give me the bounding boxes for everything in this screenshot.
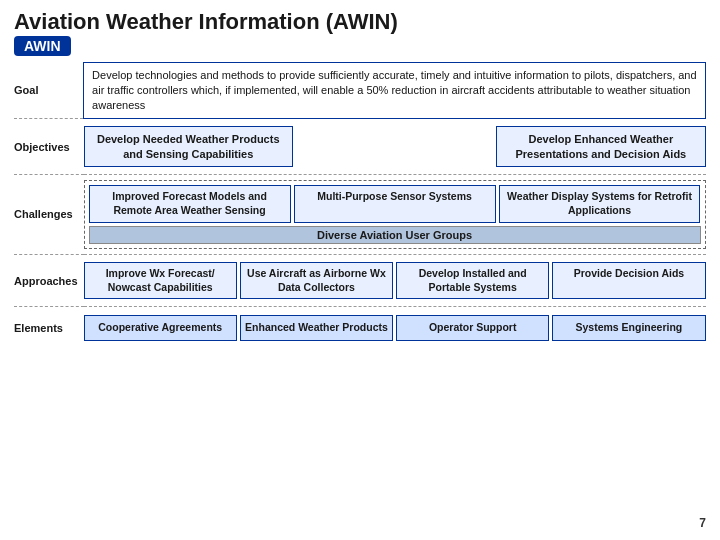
- goal-text: Develop technologies and methods to prov…: [84, 63, 706, 119]
- element-box-2: Enhanced Weather Products: [240, 315, 393, 341]
- objectives-label: Objectives: [14, 119, 84, 174]
- element-box-4: Systems Engineering: [552, 315, 705, 341]
- approaches-label: Approaches: [14, 255, 84, 307]
- approaches-row: Approaches Improve Wx Forecast/ Nowcast …: [14, 255, 706, 307]
- goal-label: Goal: [14, 63, 84, 119]
- page-number: 7: [699, 516, 706, 530]
- objective-box-2: Develop Enhanced Weather Presentations a…: [496, 126, 705, 167]
- challenges-row: Challenges Improved Forecast Models and …: [14, 175, 706, 254]
- challenges-label: Challenges: [14, 175, 84, 254]
- main-title: Aviation Weather Information (AWIN): [14, 10, 706, 34]
- objective-box-1: Develop Needed Weather Products and Sens…: [84, 126, 293, 167]
- goal-row: Goal Develop technologies and methods to…: [14, 63, 706, 119]
- approach-box-3: Develop Installed and Portable Systems: [396, 262, 549, 299]
- page: Aviation Weather Information (AWIN) AWIN…: [0, 0, 720, 540]
- approach-box-2: Use Aircraft as Airborne Wx Data Collect…: [240, 262, 393, 299]
- objectives-row: Objectives Develop Needed Weather Produc…: [14, 119, 706, 174]
- approach-box-1: Improve Wx Forecast/ Nowcast Capabilitie…: [84, 262, 237, 299]
- main-table: Goal Develop technologies and methods to…: [14, 62, 706, 347]
- element-box-1: Cooperative Agreements: [84, 315, 237, 341]
- elements-row: Elements Cooperative Agreements Enhanced…: [14, 308, 706, 348]
- challenge-box-2: Multi-Purpose Sensor Systems: [294, 185, 496, 222]
- elements-label: Elements: [14, 308, 84, 348]
- diverse-bar: Diverse Aviation User Groups: [89, 226, 701, 244]
- approach-box-4: Provide Decision Aids: [552, 262, 705, 299]
- title-area: Aviation Weather Information (AWIN) AWIN: [14, 10, 706, 56]
- objective-spacer: [297, 126, 492, 167]
- challenge-box-3: Weather Display Systems for Retrofit App…: [499, 185, 701, 222]
- approaches-container: Improve Wx Forecast/ Nowcast Capabilitie…: [84, 258, 706, 303]
- challenges-outer: Improved Forecast Models and Remote Area…: [84, 180, 706, 248]
- element-box-3: Operator Support: [396, 315, 549, 341]
- challenge-box-1: Improved Forecast Models and Remote Area…: [89, 185, 291, 222]
- elements-container: Cooperative Agreements Enhanced Weather …: [84, 311, 706, 345]
- challenges-inner: Improved Forecast Models and Remote Area…: [89, 185, 701, 222]
- awin-badge: AWIN: [14, 36, 71, 56]
- objectives-container: Develop Needed Weather Products and Sens…: [84, 122, 706, 171]
